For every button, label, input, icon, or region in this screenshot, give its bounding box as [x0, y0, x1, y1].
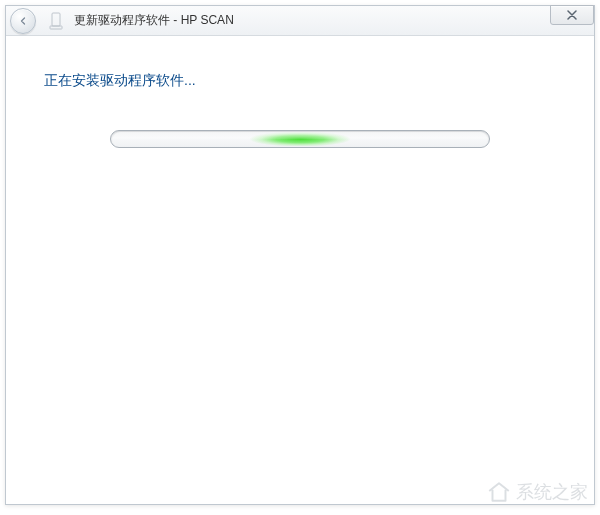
arrow-left-icon	[17, 15, 29, 27]
dialog-window: 更新驱动程序软件 - HP SCAN 正在安装驱动程序软件...	[5, 5, 595, 505]
close-icon	[566, 10, 578, 20]
svg-rect-0	[52, 13, 60, 26]
back-button[interactable]	[10, 8, 36, 34]
progress-bar	[110, 130, 490, 148]
device-icon	[46, 11, 66, 31]
title-bar: 更新驱动程序软件 - HP SCAN	[6, 6, 594, 36]
close-button[interactable]	[550, 5, 594, 25]
content-area: 正在安装驱动程序软件...	[6, 36, 594, 504]
progress-container	[36, 130, 564, 148]
svg-rect-1	[50, 26, 62, 29]
status-text: 正在安装驱动程序软件...	[44, 72, 564, 90]
window-title: 更新驱动程序软件 - HP SCAN	[74, 12, 234, 29]
